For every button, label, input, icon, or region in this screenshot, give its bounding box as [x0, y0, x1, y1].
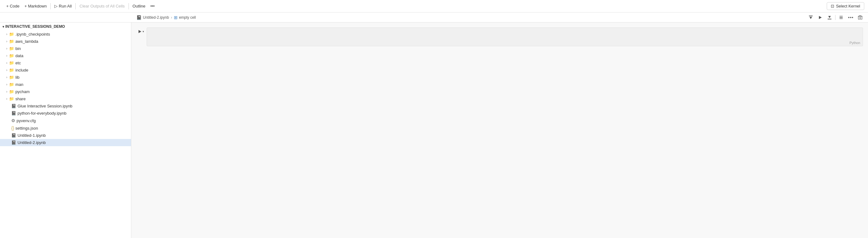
sidebar-item-label: man [15, 82, 23, 87]
chevron-right-icon: › [6, 68, 7, 72]
breadcrumb-bar: 📓 Untitled-2.ipynb › ⊞ empty cell [0, 12, 868, 23]
cell-language-label: Python [849, 41, 860, 45]
sidebar-item-untitled2[interactable]: 📓 Untitled-2.ipynb [0, 139, 131, 146]
chevron-right-icon: › [6, 32, 7, 36]
outline-button[interactable]: Outline [130, 2, 148, 10]
sidebar-root-header[interactable]: ▾ INTERACTIVE_SESSIONS_DEMO [0, 23, 131, 31]
sidebar: ▾ INTERACTIVE_SESSIONS_DEMO › 📁 .ipynb_c… [0, 23, 131, 238]
chevron-right-icon: › [6, 47, 7, 50]
sidebar-item-untitled1[interactable]: 📓 Untitled-1.ipynb [0, 132, 131, 139]
more-cell-options-button[interactable]: ••• [846, 14, 856, 21]
run-cell-icon [137, 29, 142, 34]
folder-icon: 📁 [9, 39, 14, 44]
sidebar-item-aws-lambda[interactable]: › 📁 aws_lambda [0, 38, 131, 45]
svg-rect-7 [840, 19, 843, 19]
empty-cell-icon: ⊞ [174, 15, 178, 20]
sidebar-item-bin[interactable]: › 📁 bin [0, 45, 131, 52]
sidebar-item-data[interactable]: › 📁 data [0, 52, 131, 59]
sidebar-item-label: lib [15, 75, 20, 80]
clear-outputs-button[interactable]: Clear Outputs of All Cells [77, 2, 127, 10]
breadcrumb-file: 📓 Untitled-2.ipynb [136, 15, 169, 20]
breadcrumb-separator: › [171, 15, 172, 20]
toolbar-divider-1 [50, 3, 51, 9]
run-all-button[interactable]: ▷ Run All [52, 2, 74, 10]
toolbar-divider-2 [75, 3, 76, 9]
svg-marker-14 [138, 30, 141, 33]
sidebar-item-label: Glue Interactive Session.ipynb [18, 104, 72, 108]
cell-controls: ••• [806, 14, 864, 21]
folder-icon: 📁 [9, 82, 14, 87]
run-below-cells-button[interactable] [825, 14, 834, 21]
folder-icon: 📁 [9, 32, 14, 37]
sidebar-item-include[interactable]: › 📁 include [0, 67, 131, 74]
run-icon [818, 15, 823, 20]
sidebar-item-pycham[interactable]: › 📁 pycham [0, 88, 131, 95]
sidebar-item-label: python-for-everybody.ipynb [18, 111, 67, 115]
add-code-button[interactable]: + Code [4, 2, 22, 10]
svg-rect-0 [809, 15, 813, 16]
svg-marker-2 [819, 16, 822, 19]
more-icon: ••• [848, 15, 854, 20]
chevron-right-icon: › [6, 40, 7, 43]
sidebar-chevron-icon: ▾ [2, 25, 4, 28]
svg-rect-3 [828, 19, 831, 20]
chevron-right-icon: › [6, 61, 7, 65]
sidebar-item-pyvenv[interactable]: ⚙ pyvenv.cfg [0, 117, 131, 124]
run-cell-button[interactable] [816, 14, 825, 21]
sidebar-item-label: settings.json [15, 126, 38, 131]
notebook-file-icon: 📓 [11, 104, 16, 108]
sidebar-root-label: INTERACTIVE_SESSIONS_DEMO [5, 24, 65, 29]
cell-container: ▾ Python [136, 28, 863, 46]
svg-marker-1 [809, 17, 812, 19]
server-icon: ⊡ [831, 4, 834, 8]
select-kernel-label: Select Kernel [836, 4, 860, 8]
cell-body[interactable]: Python [147, 28, 863, 46]
sidebar-item-glue-notebook[interactable]: 📓 Glue Interactive Session.ipynb [0, 102, 131, 110]
delete-cell-button[interactable] [856, 14, 864, 21]
cell-run-chevron: ▾ [143, 30, 144, 33]
json-file-icon: {} [11, 126, 14, 131]
breadcrumb-context-label: empty cell [179, 15, 196, 20]
notebook-file-icon: 📓 [11, 133, 16, 138]
sidebar-item-label: data [15, 54, 23, 58]
notebook-icon: 📓 [136, 15, 142, 20]
sidebar-item-etc[interactable]: › 📁 etc [0, 59, 131, 67]
sidebar-item-share[interactable]: › 📁 share [0, 95, 131, 102]
collapse-cell-button[interactable] [837, 14, 845, 21]
sidebar-item-label: pycham [15, 89, 30, 94]
collapse-icon [839, 15, 844, 20]
folder-icon: 📁 [9, 97, 14, 101]
sidebar-item-ipynb-checkpoints[interactable]: › 📁 .ipynb_checkpoints [0, 31, 131, 38]
folder-icon: 📁 [9, 89, 14, 94]
folder-icon: 📁 [9, 46, 14, 51]
notebook-area: ▾ Python [131, 23, 868, 238]
select-kernel-button[interactable]: ⊡ Select Kernel [827, 2, 864, 10]
sidebar-item-lib[interactable]: › 📁 lib [0, 74, 131, 81]
svg-rect-6 [840, 16, 843, 16]
cell-run-button[interactable]: ▾ [136, 28, 145, 35]
folder-icon: 📁 [9, 68, 14, 72]
toolbar-divider-3 [128, 3, 129, 9]
gear-file-icon: ⚙ [11, 118, 15, 123]
svg-rect-5 [840, 17, 843, 18]
sidebar-item-label: aws_lambda [15, 39, 38, 44]
run-above-icon [808, 15, 813, 20]
folder-icon: 📁 [9, 75, 14, 80]
breadcrumb-file-label: Untitled-2.ipynb [143, 15, 169, 20]
sidebar-item-label: bin [15, 46, 21, 51]
chevron-right-icon: › [6, 90, 7, 93]
sidebar-item-label: Untitled-2.ipynb [18, 140, 45, 145]
sidebar-item-label: pyvenv.cfg [17, 118, 36, 123]
trash-icon [858, 15, 862, 20]
sidebar-item-man[interactable]: › 📁 man [0, 81, 131, 88]
sidebar-item-label: etc [15, 61, 21, 65]
run-above-cells-button[interactable] [806, 14, 815, 21]
sidebar-item-python-everybody[interactable]: 📓 python-for-everybody.ipynb [0, 110, 131, 117]
add-markdown-button[interactable]: + Markdown [22, 2, 49, 10]
sidebar-item-settings[interactable]: {} settings.json [0, 124, 131, 132]
more-button[interactable]: ••• [148, 2, 157, 10]
sidebar-item-label: share [15, 97, 26, 101]
chevron-right-icon: › [6, 83, 7, 86]
folder-icon: 📁 [9, 61, 14, 65]
sidebar-item-label: Untitled-1.ipynb [18, 133, 45, 138]
